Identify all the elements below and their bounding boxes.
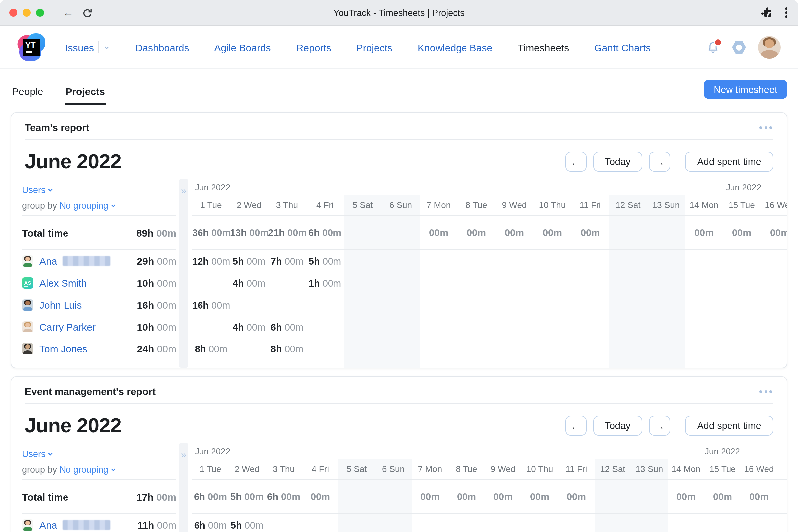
user-row: Ana29h 00m (22, 250, 176, 272)
time-cell: 5h 00m (230, 256, 268, 266)
grouping-value: No grouping (59, 201, 108, 211)
user-link[interactable]: Alex Smith (39, 277, 137, 289)
users-dropdown[interactable]: Users (22, 185, 54, 195)
user-row: ASAlex Smith10h 00m (22, 272, 176, 294)
day-header: 1 Tue (192, 200, 230, 210)
users-panel: Users group by No grouping Total ti (22, 179, 176, 368)
day-header: 14 Mon (668, 464, 704, 474)
divider (99, 41, 99, 53)
users-dropdown[interactable]: Users (22, 449, 54, 459)
nav-item-issues[interactable]: Issues (65, 41, 110, 53)
grouping-dropdown[interactable]: No grouping (59, 465, 116, 475)
time-cell: 8h 00m (192, 343, 230, 354)
day-header-row: 1 Tue2 Wed3 Thu4 Fri5 Sat6 Sun7 Mon8 Tue… (192, 459, 787, 479)
day-header: 11 Fri (558, 464, 594, 474)
user-total-time: 10h 00m (137, 321, 176, 332)
total-time-row: Total time 89h 00m (22, 216, 176, 250)
day-header: 13 Sun (631, 464, 668, 474)
browser-title: YouTrack - Timesheets | Projects (0, 8, 798, 18)
calendar-controls: ← Today → Add spent time (565, 152, 773, 172)
window-close-button[interactable] (9, 8, 17, 17)
nav-item-timesheets[interactable]: Timesheets (518, 41, 569, 53)
collapse-panel-button[interactable]: » (179, 443, 188, 532)
window-controls (9, 8, 44, 17)
window-minimize-button[interactable] (23, 8, 31, 17)
day-header: 8 Tue (457, 200, 495, 210)
total-time-label: Total time (22, 227, 68, 239)
notifications-bell-icon[interactable] (706, 40, 720, 55)
next-period-button[interactable]: → (649, 416, 671, 436)
timesheets-page: PeopleProjects New timesheet Team's repo… (0, 80, 798, 532)
tab-projects[interactable]: Projects (64, 82, 106, 104)
total-time-cell: 6h 00m (192, 491, 229, 502)
time-cell: 4h 00m (230, 322, 268, 332)
time-cell: 5h 00m (229, 520, 265, 530)
next-period-button[interactable]: → (649, 152, 671, 172)
settings-gear-icon[interactable] (732, 40, 746, 54)
add-spent-time-button[interactable]: Add spent time (685, 152, 773, 172)
prev-period-button[interactable]: ← (565, 416, 586, 436)
day-header: 2 Wed (229, 464, 265, 474)
total-time-value: 89h 00m (136, 227, 176, 239)
nav-item-gantt-charts[interactable]: Gantt Charts (594, 41, 651, 53)
day-header: 14 Mon (685, 200, 723, 210)
total-time-cell: 36h 00m (192, 227, 230, 238)
add-spent-time-button[interactable]: Add spent time (685, 416, 773, 436)
nav-item-knowledge-base[interactable]: Knowledge Base (418, 41, 492, 53)
nav-item-projects[interactable]: Projects (357, 41, 392, 53)
group-by-label: group by (22, 201, 57, 211)
user-link[interactable]: Ana (39, 519, 137, 531)
user-link[interactable]: Carry Parker (39, 321, 137, 332)
window-zoom-button[interactable] (36, 8, 44, 17)
total-time-cell: 00m (704, 491, 741, 502)
time-cell: 7h 00m (268, 256, 306, 266)
nav-item-reports[interactable]: Reports (296, 41, 331, 53)
total-time-cell: 13h 00m (230, 227, 268, 238)
users-dropdown-label: Users (22, 185, 45, 195)
user-link[interactable]: Ana (39, 255, 137, 267)
browser-menu-button[interactable] (784, 6, 789, 19)
total-time-label: Total time (22, 491, 68, 502)
today-button[interactable]: Today (593, 416, 642, 436)
total-time-cell: 00m (302, 491, 339, 502)
day-header: 13 Sun (647, 200, 685, 210)
nav-item-dashboards[interactable]: Dashboards (135, 41, 189, 53)
user-link[interactable]: Tom Jones (39, 343, 137, 355)
user-time-row: 16h 00m (192, 294, 787, 316)
prev-period-button[interactable]: ← (565, 152, 586, 172)
time-cell: 5h 00m (306, 256, 344, 266)
day-header: 7 Mon (420, 200, 457, 210)
report-more-options-button[interactable] (758, 124, 773, 131)
user-row: John Luis16h 00m (22, 294, 176, 316)
user-avatar[interactable] (758, 36, 781, 58)
time-cell: 8h 00m (268, 343, 306, 354)
total-time-cell: 00m (533, 227, 571, 238)
nav-item-agile-boards[interactable]: Agile Boards (214, 41, 271, 53)
tab-people[interactable]: People (11, 82, 44, 104)
user-time-row: 8h 00m8h 00m (192, 338, 787, 360)
grouping-dropdown[interactable]: No grouping (59, 201, 116, 211)
time-cell: 6h 00m (268, 322, 306, 332)
day-header: 5 Sat (339, 464, 375, 474)
collapse-panel-button[interactable]: » (179, 179, 188, 368)
today-button[interactable]: Today (593, 152, 642, 172)
extensions-puzzle-icon[interactable] (761, 7, 773, 19)
chevron-down-icon (104, 44, 110, 50)
browser-reload-button[interactable] (82, 7, 93, 18)
user-link[interactable]: John Luis (39, 299, 137, 310)
report-title: Event management's report (25, 386, 156, 397)
new-timesheet-button[interactable]: New timesheet (704, 80, 787, 99)
total-time-row: Total time 17h 00m (22, 480, 176, 514)
day-header: 10 Thu (521, 464, 558, 474)
youtrack-logo-icon[interactable]: YT (17, 33, 45, 61)
redacted-name (62, 256, 110, 266)
user-time-row: 4h 00m6h 00m (192, 316, 787, 338)
total-time-cell: 00m (495, 227, 533, 238)
time-cell: 4h 00m (230, 278, 268, 288)
user-time-row: 6h 00m5h 00m (192, 514, 787, 532)
day-header: 9 Wed (495, 200, 533, 210)
nav-item-label: Agile Boards (214, 41, 271, 53)
browser-back-button[interactable]: ← (62, 7, 74, 18)
report-more-options-button[interactable] (758, 387, 773, 395)
total-time-cell: 00m (448, 491, 485, 502)
